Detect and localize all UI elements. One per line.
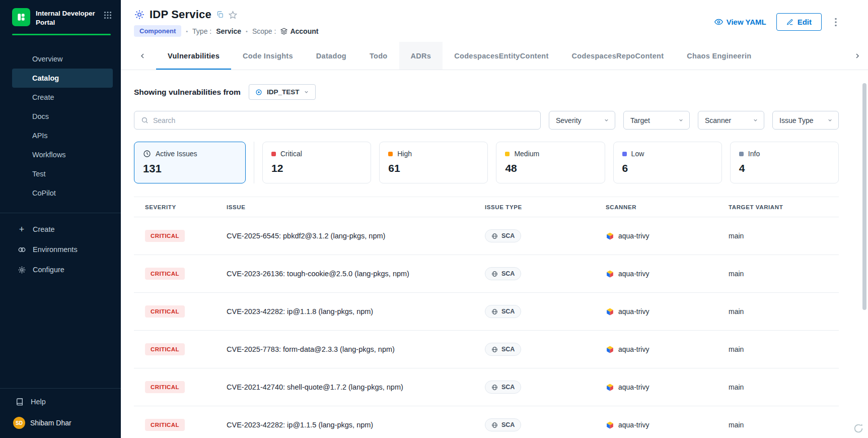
table-row[interactable]: CRITICAL CVE-2023-26136: tough-cookie@2.… <box>134 255 839 293</box>
target-filter[interactable]: Target <box>623 111 690 130</box>
tab-codespacesentitycontent[interactable]: CodespacesEntityContent <box>443 42 560 70</box>
sidebar-item-overview[interactable]: Overview <box>12 49 113 69</box>
scope-value: Account <box>290 27 318 35</box>
favorite-star-icon[interactable] <box>229 11 237 19</box>
col-scanner: SCANNER <box>595 197 717 217</box>
sidebar-item-environments[interactable]: Environments <box>0 239 121 260</box>
tabs-scroll-right-icon[interactable] <box>851 49 864 62</box>
view-yaml-button[interactable]: View YAML <box>714 18 766 26</box>
sidebar-item-create-action[interactable]: + Create <box>0 219 121 239</box>
scanner-cell: aqua-trivy <box>595 383 717 392</box>
tab-todo[interactable]: Todo <box>358 42 399 70</box>
sidebar-item-create[interactable]: Create <box>12 88 113 107</box>
tab-adrs[interactable]: ADRs <box>399 42 443 70</box>
stat-card-active-issues[interactable]: Active Issues 131 <box>134 142 246 183</box>
stat-card-critical[interactable]: Critical 12 <box>262 142 371 183</box>
chevron-down-icon <box>827 117 833 123</box>
user-menu[interactable]: SD Shibam Dhar <box>0 412 121 433</box>
severity-badge: CRITICAL <box>145 381 185 393</box>
severity-dot-icon <box>739 152 744 156</box>
table-row[interactable]: CRITICAL CVE-2023-42282: ip@1.1.5 (lang-… <box>134 406 839 438</box>
issue-text: CVE-2023-42282: ip@1.1.8 (lang-pkgs, npm… <box>215 307 474 316</box>
sidebar-divider <box>0 388 121 389</box>
stat-card-low[interactable]: Low 6 <box>613 142 722 183</box>
table-row[interactable]: CRITICAL CVE-2025-6545: pbkdf2@3.1.2 (la… <box>134 217 839 255</box>
tab-vulnerabilities[interactable]: Vulnerabilities <box>156 42 231 70</box>
severity-badge: CRITICAL <box>145 343 185 355</box>
sidebar-item-catalog[interactable]: Catalog <box>12 69 113 88</box>
more-options-icon[interactable] <box>832 16 840 29</box>
tab-label: Vulnerabilities <box>168 52 220 60</box>
table-row[interactable]: CRITICAL CVE-2021-42740: shell-quote@1.7… <box>134 368 839 406</box>
sidebar-item-apis[interactable]: APIs <box>12 126 113 145</box>
sidebar-item-workflows[interactable]: Workflows <box>12 145 113 164</box>
sca-icon <box>491 384 498 391</box>
target-variant: main <box>717 421 839 429</box>
dot-separator: • <box>186 28 188 34</box>
table-row[interactable]: CRITICAL CVE-2025-7783: form-data@2.3.3 … <box>134 331 839 368</box>
table-header: SEVERITY ISSUE ISSUE TYPE SCANNER TARGET… <box>134 197 839 217</box>
entity-header-left: IDP Service Component • Type : Service •… <box>134 8 318 37</box>
project-dropdown[interactable]: IDP_TEST <box>249 84 316 100</box>
col-issue-type: ISSUE TYPE <box>474 197 595 217</box>
aqua-trivy-icon <box>606 383 614 392</box>
tab-bar: VulnerabilitiesCode InsightsDatadogTodoA… <box>121 42 868 70</box>
dot-separator: • <box>246 28 248 34</box>
tab-chaos-engineerin[interactable]: Chaos Engineerin <box>675 42 763 70</box>
user-name: Shibam Dhar <box>30 419 71 427</box>
page-title: IDP Service <box>150 8 211 21</box>
tab-label: CodespacesRepoContent <box>572 52 664 60</box>
sidebar-item-configure[interactable]: Configure <box>0 260 121 280</box>
table-row[interactable]: CRITICAL CVE-2023-42282: ip@1.1.8 (lang-… <box>134 293 839 331</box>
stat-card-info[interactable]: Info 4 <box>730 142 839 183</box>
stat-card-medium[interactable]: Medium 48 <box>496 142 605 183</box>
app-root: Internal Developer Portal OverviewCatalo… <box>0 0 868 438</box>
search-input[interactable] <box>153 116 534 124</box>
tabs-scroll-left-icon[interactable] <box>136 49 149 62</box>
aqua-trivy-icon <box>606 232 614 240</box>
project-name: IDP_TEST <box>267 88 300 96</box>
tab-datadog[interactable]: Datadog <box>305 42 358 70</box>
help-button[interactable]: Help <box>0 392 121 412</box>
vertical-scrollbar[interactable] <box>862 83 866 310</box>
sidebar-header: Internal Developer Portal <box>0 0 121 27</box>
sidebar-item-test[interactable]: Test <box>12 164 113 183</box>
portal-logo-icon <box>16 12 26 22</box>
sidebar-item-copilot[interactable]: CoPilot <box>12 183 113 203</box>
help-label: Help <box>31 398 46 406</box>
widget-launcher-icon[interactable] <box>853 423 864 436</box>
issue-type-badge: SCA <box>485 267 521 280</box>
severity-dot-icon <box>388 152 393 156</box>
portal-title: Internal Developer Portal <box>36 9 104 27</box>
issue-type-badge: SCA <box>485 305 521 318</box>
account-scope-icon <box>280 28 287 35</box>
sidebar-item-label: Catalog <box>32 74 59 82</box>
scanner-name: aqua-trivy <box>618 270 649 278</box>
gear-icon <box>17 266 26 274</box>
showing-label: Showing vulnerabilities from <box>134 88 241 97</box>
issue-text: CVE-2025-7783: form-data@2.3.3 (lang-pkg… <box>215 345 474 353</box>
scanner-filter[interactable]: Scanner <box>698 111 764 130</box>
avatar: SD <box>13 417 25 429</box>
entity-meta: Component • Type : Service • Scope : Acc… <box>134 25 318 37</box>
issue-type-filter[interactable]: Issue Type <box>772 111 839 130</box>
tab-codespacesrepocontent[interactable]: CodespacesRepoContent <box>560 42 676 70</box>
copy-icon[interactable] <box>216 11 224 19</box>
stat-label: High <box>397 150 412 158</box>
edit-button[interactable]: Edit <box>776 13 822 31</box>
severity-filter[interactable]: Severity <box>549 111 615 130</box>
tab-code-insights[interactable]: Code Insights <box>231 42 305 70</box>
stat-card-high[interactable]: High 61 <box>379 142 488 183</box>
stat-value: 61 <box>388 162 479 174</box>
tab-label: ADRs <box>411 52 431 60</box>
sca-icon <box>491 422 498 428</box>
sca-icon <box>491 233 498 239</box>
sidebar-item-docs[interactable]: Docs <box>12 107 113 126</box>
stat-value: 6 <box>622 162 713 174</box>
tab-label: Chaos Engineerin <box>687 52 751 60</box>
severity-badge: CRITICAL <box>145 305 185 318</box>
search-icon <box>141 116 149 124</box>
sidebar-item-label: Configure <box>33 266 64 274</box>
stat-value: 4 <box>739 162 830 174</box>
apps-grid-icon[interactable] <box>104 11 112 21</box>
